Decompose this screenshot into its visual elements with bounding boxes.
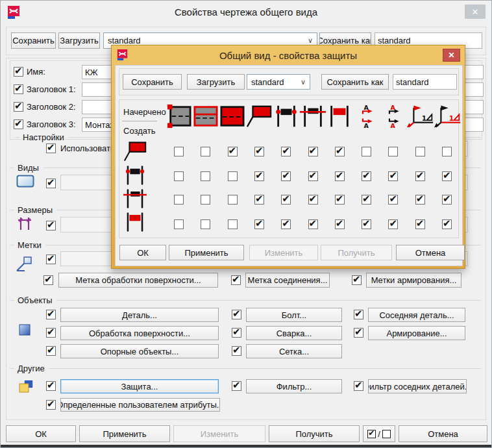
protection-grid-checkbox-r2-c7[interactable] <box>335 171 345 181</box>
protection-grid-checkbox-r3-c2[interactable] <box>201 195 210 205</box>
protection-grid-checkbox-r2-c9[interactable] <box>388 171 398 181</box>
protection-grid-checkbox-r1-c5[interactable] <box>281 147 291 156</box>
neighbor-filter-button[interactable]: Фильтр соседних деталей... <box>368 379 467 393</box>
part-checkbox[interactable] <box>46 310 56 319</box>
connection-mark-button[interactable]: Метка соединения... <box>245 273 330 288</box>
weld-button[interactable]: Сварка... <box>246 326 342 340</box>
protection-save-as-input[interactable] <box>393 74 457 90</box>
protection-grid-checkbox-r4-c8[interactable] <box>362 219 371 229</box>
protection-grid-checkbox-r1-c10[interactable] <box>415 147 425 156</box>
weld-checkbox[interactable] <box>232 328 241 338</box>
neighbor-part-checkbox[interactable] <box>354 310 363 319</box>
protection-grid-checkbox-r3-c5[interactable] <box>281 195 291 205</box>
protection-button[interactable]: Защита... <box>60 379 219 393</box>
protection-apply-button[interactable]: Применить <box>169 245 244 260</box>
reference-objects-checkbox[interactable] <box>46 346 56 356</box>
protection-grid-checkbox-r2-c1[interactable] <box>174 171 184 181</box>
protection-grid-checkbox-r3-c10[interactable] <box>415 195 425 205</box>
user-attributes-button[interactable]: Определенные пользователем атрибуты... <box>60 398 220 412</box>
rebar-marks-checkbox[interactable] <box>352 275 362 285</box>
protection-grid-checkbox-r3-c8[interactable] <box>362 195 371 205</box>
grid-object-checkbox[interactable] <box>232 346 241 356</box>
protection-grid-checkbox-r2-c8[interactable] <box>362 171 371 181</box>
reinforcement-button[interactable]: Армирование... <box>368 326 465 340</box>
protection-grid-checkbox-r4-c6[interactable] <box>308 219 318 229</box>
protection-grid-checkbox-r3-c11[interactable] <box>442 195 452 205</box>
protection-grid-checkbox-r2-c10[interactable] <box>415 171 425 181</box>
protection-save-as-button[interactable]: Сохранить как <box>321 74 389 90</box>
protection-grid-checkbox-r1-c7[interactable] <box>335 147 345 156</box>
get-button[interactable]: Получить <box>269 425 360 442</box>
protection-grid-checkbox-r2-c3[interactable] <box>228 171 238 181</box>
protection-grid-checkbox-r1-c1[interactable] <box>174 147 184 156</box>
dimensions-checkbox[interactable] <box>46 221 56 230</box>
reference-objects-button[interactable]: Опорные объекты... <box>60 344 219 358</box>
apply-button[interactable]: Применить <box>79 425 170 442</box>
protection-grid-checkbox-r4-c7[interactable] <box>335 219 345 229</box>
neighbor-part-button[interactable]: Соседняя деталь... <box>368 308 465 322</box>
protection-close-button[interactable]: ✕ <box>443 49 460 62</box>
surface-treatment-checkbox[interactable] <box>46 328 56 338</box>
cancel-button[interactable]: Отмена <box>399 425 487 442</box>
use-settings-checkbox[interactable] <box>46 143 56 153</box>
filter-button[interactable]: Фильтр... <box>246 379 342 393</box>
neighbor-filter-checkbox[interactable] <box>354 381 363 391</box>
modify-button[interactable]: Изменить <box>173 425 265 442</box>
title3-checkbox[interactable] <box>14 119 23 129</box>
protection-grid-checkbox-r3-c1[interactable] <box>174 195 184 205</box>
rebar-marks-button[interactable]: Метки армирования... <box>366 273 461 288</box>
protection-grid-checkbox-r1-c8[interactable] <box>362 147 371 156</box>
protection-cancel-button[interactable]: Отмена <box>396 245 465 260</box>
protection-grid-checkbox-r1-c3[interactable] <box>228 147 238 156</box>
protection-grid-checkbox-r3-c9[interactable] <box>388 195 398 205</box>
protection-grid-checkbox-r2-c5[interactable] <box>281 171 291 181</box>
protection-grid-checkbox-r1-c11[interactable] <box>442 147 452 156</box>
save-button[interactable]: Сохранить <box>11 32 56 49</box>
protection-get-button[interactable]: Получить <box>321 245 392 260</box>
protection-grid-checkbox-r4-c10[interactable] <box>415 219 425 229</box>
protection-grid-checkbox-r1-c4[interactable] <box>254 147 264 156</box>
connection-mark-checkbox[interactable] <box>231 275 241 285</box>
load-button[interactable]: Загрузить <box>58 32 100 49</box>
protection-grid-checkbox-r2-c11[interactable] <box>442 171 452 181</box>
title2-checkbox[interactable] <box>14 102 23 112</box>
protection-grid-checkbox-r1-c2[interactable] <box>201 147 210 156</box>
protection-grid-checkbox-r2-c4[interactable] <box>254 171 264 181</box>
protection-grid-checkbox-r4-c5[interactable] <box>281 219 291 229</box>
marks-main-checkbox[interactable] <box>46 255 56 264</box>
protection-grid-checkbox-r4-c2[interactable] <box>201 219 210 229</box>
toggle-all-checkboxes-button[interactable]: / <box>363 425 395 442</box>
protection-ok-button[interactable]: ОК <box>119 245 166 260</box>
protection-grid-checkbox-r3-c4[interactable] <box>254 195 264 205</box>
filter-checkbox[interactable] <box>232 381 241 391</box>
protection-load-button[interactable]: Загрузить <box>187 74 245 90</box>
surface-mark-checkbox[interactable] <box>43 275 53 285</box>
user-attributes-checkbox[interactable] <box>46 400 56 410</box>
title1-checkbox[interactable] <box>14 84 23 94</box>
protection-grid-checkbox-r3-c3[interactable] <box>228 195 238 205</box>
protection-grid-checkbox-r4-c3[interactable] <box>228 219 238 229</box>
reinforcement-checkbox[interactable] <box>354 328 363 338</box>
main-close-button[interactable]: ✕ <box>465 5 486 19</box>
surface-treatment-button[interactable]: Обработка поверхности... <box>60 326 219 340</box>
protection-grid-checkbox-r2-c2[interactable] <box>201 171 210 181</box>
bolt-checkbox[interactable] <box>232 310 241 319</box>
part-button[interactable]: Деталь... <box>60 308 219 322</box>
ok-button[interactable]: ОК <box>6 425 76 442</box>
protection-grid-checkbox-r4-c1[interactable] <box>174 219 184 229</box>
grid-object-button[interactable]: Сетка... <box>246 344 342 358</box>
protection-modify-button[interactable]: Изменить <box>249 245 318 260</box>
protection-grid-checkbox-r3-c7[interactable] <box>335 195 345 205</box>
protection-grid-checkbox-r1-c6[interactable] <box>308 147 318 156</box>
protection-grid-checkbox-r4-c4[interactable] <box>254 219 264 229</box>
name-checkbox[interactable] <box>14 67 23 77</box>
protection-grid-checkbox-r4-c9[interactable] <box>388 219 398 229</box>
protection-grid-checkbox-r3-c6[interactable] <box>308 195 318 205</box>
protection-grid-checkbox-r4-c11[interactable] <box>442 219 452 229</box>
protection-preset-combobox[interactable]: standard ∨ <box>247 74 310 90</box>
bolt-button[interactable]: Болт... <box>246 308 342 322</box>
protection-save-button[interactable]: Сохранить <box>123 74 182 90</box>
protection-grid-checkbox-r2-c6[interactable] <box>308 171 318 181</box>
surface-mark-button[interactable]: Метка обработки поверхности... <box>58 273 218 288</box>
views-checkbox[interactable] <box>46 179 56 188</box>
